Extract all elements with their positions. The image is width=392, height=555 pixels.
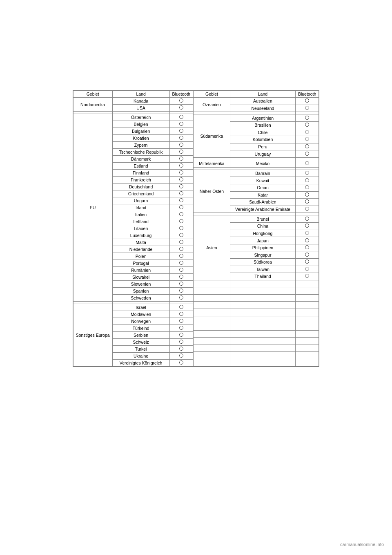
- country-cell: Argentinien: [230, 114, 295, 122]
- country-cell: Kuwait: [230, 177, 295, 184]
- bluetooth-circle-icon: [179, 115, 183, 119]
- bluetooth-circle-icon: [179, 122, 183, 126]
- country-cell: Österreich: [112, 114, 169, 121]
- bt-cell: [169, 204, 193, 211]
- right-header-land: Land: [230, 91, 295, 98]
- left-header-bt: Bluetooth: [169, 91, 193, 98]
- filler-row: [193, 309, 318, 316]
- filler-cell: [193, 323, 230, 331]
- filler-cell: [230, 345, 295, 352]
- bluetooth-circle-icon: [179, 219, 183, 223]
- bt-cell: [295, 251, 318, 259]
- region-cell: Nordamerika: [73, 98, 112, 112]
- left-header-gebiet: Gebiet: [73, 91, 112, 98]
- filler-cell: [193, 345, 230, 352]
- country-cell: Malta: [112, 239, 169, 246]
- filler-cell: [193, 338, 230, 345]
- country-cell: Katar: [230, 191, 295, 199]
- bt-cell: [169, 121, 193, 128]
- bluetooth-circle-icon: [179, 289, 183, 293]
- country-cell: Italien: [112, 211, 169, 218]
- bt-cell: [169, 156, 193, 163]
- filler-row: [193, 323, 318, 331]
- bt-cell: [169, 149, 193, 156]
- country-cell: Schweiz: [112, 339, 169, 346]
- country-cell: Spanien: [112, 288, 169, 295]
- bluetooth-circle-icon: [179, 282, 183, 286]
- country-cell: Belgien: [112, 121, 169, 128]
- filler-cell: [193, 294, 230, 302]
- bluetooth-circle-icon: [179, 347, 183, 351]
- country-cell: Dänemark: [112, 156, 169, 163]
- bt-cell: [169, 98, 193, 105]
- country-cell: Bahrain: [230, 170, 295, 177]
- country-cell: Philippinen: [230, 244, 295, 251]
- country-cell: Ukraine: [112, 353, 169, 360]
- bluetooth-circle-icon: [179, 105, 183, 110]
- bluetooth-circle-icon: [179, 319, 183, 323]
- bt-cell: [169, 288, 193, 295]
- country-cell: China: [230, 223, 295, 230]
- country-cell: Uruguay: [230, 150, 295, 158]
- country-cell: Israel: [112, 304, 169, 311]
- bluetooth-circle-icon: [179, 360, 183, 365]
- filler-cell: [193, 287, 230, 295]
- bluetooth-circle-icon: [305, 238, 309, 242]
- bt-cell: [295, 121, 318, 129]
- filler-cell: [230, 309, 295, 316]
- country-cell: Thailand: [230, 273, 295, 280]
- bt-cell: [169, 295, 193, 302]
- table-row: Naher OstenBahrain: [193, 170, 318, 177]
- bt-cell: [295, 237, 318, 244]
- bluetooth-circle-icon: [305, 98, 309, 103]
- filler-cell: [295, 338, 318, 345]
- country-cell: Schweden: [112, 295, 169, 302]
- bluetooth-circle-icon: [179, 275, 183, 279]
- bluetooth-circle-icon: [305, 267, 309, 271]
- bt-cell: [169, 128, 193, 135]
- table-row: MittelamerikaMexiko: [193, 160, 318, 168]
- country-cell: Rumänien: [112, 267, 169, 274]
- right-header-bt: Bluetooth: [295, 91, 318, 98]
- filler-cell: [295, 352, 318, 359]
- bluetooth-circle-icon: [179, 205, 183, 209]
- filler-cell: [295, 345, 318, 352]
- bluetooth-circle-icon: [305, 274, 309, 278]
- bluetooth-circle-icon: [179, 226, 183, 230]
- country-cell: Finnland: [112, 170, 169, 177]
- region-cell: EU: [73, 114, 112, 302]
- bt-cell: [295, 266, 318, 273]
- filler-cell: [295, 316, 318, 323]
- filler-cell: [193, 352, 230, 359]
- country-cell: Lettland: [112, 218, 169, 225]
- filler-row: [193, 287, 318, 295]
- filler-cell: [230, 316, 295, 323]
- filler-cell: [295, 280, 318, 287]
- bluetooth-circle-icon: [179, 163, 183, 168]
- country-cell: Vereinigte Arabische Emirate: [230, 206, 295, 213]
- region-cell: Naher Osten: [193, 170, 230, 213]
- right-header-gebiet: Gebiet: [193, 91, 230, 98]
- country-cell: Australien: [230, 98, 295, 105]
- bluetooth-circle-icon: [179, 170, 183, 175]
- filler-cell: [295, 302, 318, 309]
- bt-cell: [169, 281, 193, 288]
- region-cell: Südamerika: [193, 114, 230, 157]
- watermark: carmanualsonline.info: [340, 542, 384, 547]
- country-cell: USA: [112, 105, 169, 112]
- country-cell: Deutschland: [112, 184, 169, 190]
- country-cell: Kanada: [112, 98, 169, 105]
- bt-cell: [295, 170, 318, 177]
- bt-cell: [295, 230, 318, 237]
- bt-cell: [295, 258, 318, 266]
- filler-cell: [230, 330, 295, 338]
- bluetooth-circle-icon: [179, 212, 183, 216]
- bluetooth-circle-icon: [305, 144, 309, 148]
- country-cell: Turkei: [112, 346, 169, 353]
- bt-cell: [295, 244, 318, 251]
- bt-cell: [169, 246, 193, 253]
- filler-cell: [230, 302, 295, 309]
- bluetooth-circle-icon: [305, 245, 309, 249]
- bluetooth-circle-icon: [305, 231, 309, 235]
- left-table: Gebiet Land Bluetooth NordamerikaKanadaU…: [73, 90, 193, 367]
